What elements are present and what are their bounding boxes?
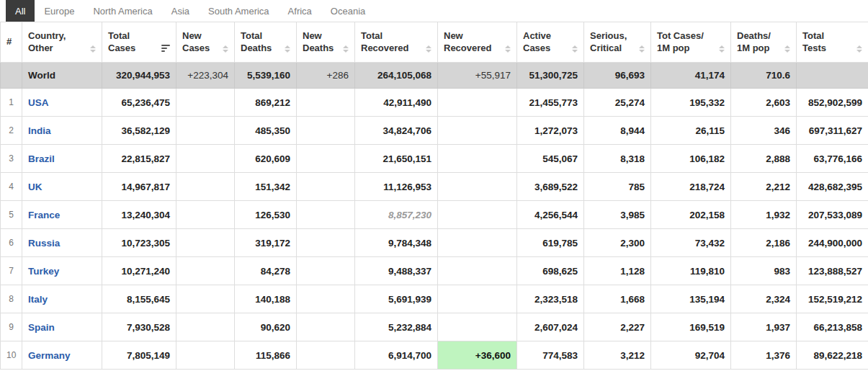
serious-critical-cell: 1,668 <box>584 285 651 313</box>
column-header-new-recovered[interactable]: New Recovered <box>438 22 517 63</box>
sort-icon <box>505 45 511 54</box>
new-deaths-cell <box>297 117 355 145</box>
column-label: New Deaths <box>303 30 334 55</box>
total-tests-cell: 244,900,000 <box>797 229 868 257</box>
tab-south-america[interactable]: South America <box>199 0 279 22</box>
country-link[interactable]: UK <box>28 182 42 192</box>
country-cell: France <box>22 201 102 229</box>
column-label: Country, Other <box>28 30 66 55</box>
tab-europe[interactable]: Europe <box>35 0 84 22</box>
sort-icon <box>90 45 96 54</box>
serious-critical-cell: 3,985 <box>584 201 651 229</box>
active-cases-cell: 2,323,518 <box>517 285 584 313</box>
total-tests-cell: 852,902,599 <box>797 89 868 117</box>
column-header-total-tests[interactable]: Total Tests <box>797 22 868 63</box>
total-deaths-cell: 319,172 <box>235 229 297 257</box>
rank-cell: 10 <box>1 341 22 370</box>
total-recovered-cell: 11,126,953 <box>355 173 438 201</box>
deaths-1m-cell: 2,603 <box>731 89 797 117</box>
column-header-deaths-1m-pop[interactable]: Deaths/ 1M pop <box>731 22 797 63</box>
column-header-serious-critical[interactable]: Serious, Critical <box>584 22 651 63</box>
column-header-country-other[interactable]: Country, Other <box>22 22 102 63</box>
total-tests-cell: 66,213,858 <box>797 313 868 341</box>
sort-descending-icon <box>161 45 170 54</box>
tot-cases-1m-cell: 73,432 <box>651 229 731 257</box>
tab-asia[interactable]: Asia <box>162 0 199 22</box>
country-link[interactable]: Spain <box>28 322 55 333</box>
table-row: 8Italy8,155,645140,1885,691,9392,323,518… <box>1 285 868 313</box>
column-header-new-cases[interactable]: New Cases <box>176 22 235 63</box>
tot-cases-1m-cell: 218,724 <box>651 173 731 201</box>
total-deaths-cell: 126,530 <box>235 201 297 229</box>
new-deaths-cell <box>297 257 355 285</box>
active-cases-cell: 51,300,725 <box>517 63 584 89</box>
total-cases-cell: 22,815,827 <box>102 145 176 173</box>
tab-all[interactable]: All <box>6 0 35 22</box>
total-recovered-cell: 9,488,337 <box>355 257 438 285</box>
new-recovered-cell <box>438 285 517 313</box>
country-link[interactable]: Brazil <box>28 153 55 164</box>
tab-africa[interactable]: Africa <box>279 0 321 22</box>
rank-cell: 7 <box>1 257 22 285</box>
active-cases-cell: 21,455,773 <box>517 89 584 117</box>
total-tests-cell: 152,519,212 <box>797 285 868 313</box>
country-cell: USA <box>22 89 102 117</box>
tot-cases-1m-cell: 41,174 <box>651 63 731 89</box>
new-recovered-cell <box>438 145 517 173</box>
total-tests-cell: 123,888,527 <box>797 257 868 285</box>
country-link[interactable]: France <box>28 210 60 220</box>
new-cases-cell: +223,304 <box>176 63 235 89</box>
country-link[interactable]: Turkey <box>28 266 59 277</box>
tot-cases-1m-cell: 106,182 <box>651 145 731 173</box>
total-deaths-cell: 151,342 <box>235 173 297 201</box>
country-link[interactable]: Germany <box>28 350 71 361</box>
deaths-1m-cell: 983 <box>731 257 797 285</box>
total-cases-cell: 13,240,304 <box>102 201 176 229</box>
active-cases-cell: 1,272,073 <box>517 117 584 145</box>
column-header-total-deaths[interactable]: Total Deaths <box>235 22 297 63</box>
total-cases-cell: 10,271,240 <box>102 257 176 285</box>
table-row: 4UK14,967,817151,34211,126,9533,689,5227… <box>1 173 868 201</box>
new-cases-cell <box>176 201 235 229</box>
new-recovered-cell <box>438 313 517 341</box>
serious-critical-cell: 25,274 <box>584 89 651 117</box>
new-recovered-cell: +55,917 <box>438 63 517 89</box>
sort-icon <box>784 45 790 54</box>
column-header-total-cases[interactable]: Total Cases <box>102 22 176 63</box>
new-cases-cell <box>176 229 235 257</box>
column-header-new-deaths[interactable]: New Deaths <box>297 22 355 63</box>
rank-cell: 9 <box>1 313 22 341</box>
country-link[interactable]: Russia <box>28 238 60 249</box>
country-link[interactable]: Italy <box>28 294 48 305</box>
new-cases-cell <box>176 341 235 370</box>
total-recovered-cell: 5,232,884 <box>355 313 438 341</box>
total-recovered-cell: 42,911,490 <box>355 89 438 117</box>
column-label: Serious, Critical <box>590 30 627 55</box>
total-cases-cell: 10,723,305 <box>102 229 176 257</box>
active-cases-cell: 545,067 <box>517 145 584 173</box>
active-cases-cell: 3,689,522 <box>517 173 584 201</box>
rank-cell: 1 <box>1 89 22 117</box>
total-deaths-cell: 115,866 <box>235 341 297 370</box>
rank-cell: 3 <box>1 145 22 173</box>
column-label: Active Cases <box>523 30 551 55</box>
country-link[interactable]: USA <box>28 97 49 108</box>
active-cases-cell: 2,607,024 <box>517 313 584 341</box>
new-deaths-cell <box>297 313 355 341</box>
new-recovered-cell <box>438 173 517 201</box>
total-recovered-cell: 5,691,939 <box>355 285 438 313</box>
world-label: World <box>22 63 102 89</box>
new-cases-cell <box>176 89 235 117</box>
total-tests-cell: 89,622,218 <box>797 341 868 370</box>
new-cases-cell <box>176 173 235 201</box>
tab-north-america[interactable]: North America <box>84 0 161 22</box>
total-deaths-cell: 620,609 <box>235 145 297 173</box>
new-recovered-cell <box>438 229 517 257</box>
column-header-active-cases[interactable]: Active Cases <box>517 22 584 63</box>
column-header-total-recovered[interactable]: Total Recovered <box>355 22 438 63</box>
column-header-tot-cases-1m-pop[interactable]: Tot Cases/ 1M pop <box>651 22 731 63</box>
table-row: 9Spain7,930,52890,6205,232,8842,607,0242… <box>1 313 868 341</box>
country-link[interactable]: India <box>28 125 51 136</box>
column-label: New Cases <box>182 30 210 55</box>
tab-oceania[interactable]: Oceania <box>321 0 375 22</box>
